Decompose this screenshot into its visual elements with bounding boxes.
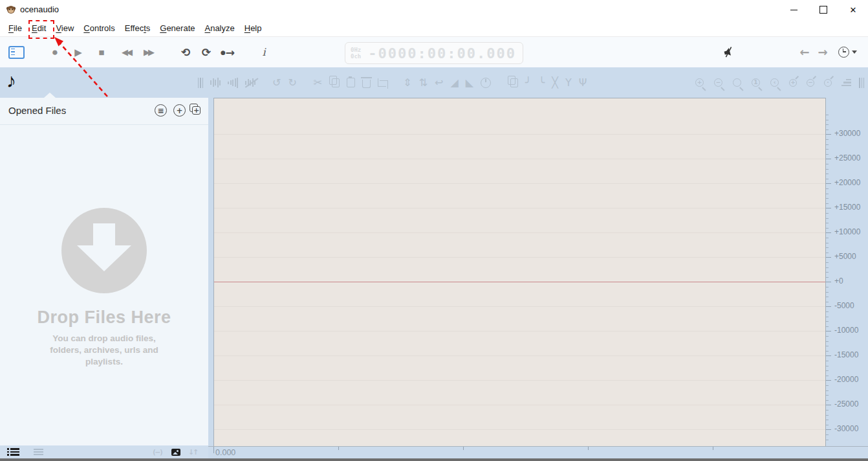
channels-value: 0ch [351, 53, 361, 60]
minimize-icon [790, 10, 797, 10]
copy-icon[interactable] [332, 78, 340, 87]
fade-out-icon[interactable]: ◣ [466, 76, 473, 89]
gain-knob-icon[interactable] [481, 78, 491, 88]
maximize-icon [819, 6, 827, 14]
vertical-zoom-out-icon[interactable]: − [807, 79, 814, 87]
undo-icon[interactable]: ↺ [272, 76, 281, 89]
zoom-selection-icon[interactable] [733, 78, 741, 87]
toolbar-drag-handle[interactable] [198, 78, 203, 88]
play-from-cursor-button[interactable]: ●→ [219, 37, 236, 67]
link-channels-icon[interactable]: (–) [152, 449, 163, 456]
delete-icon[interactable] [362, 80, 371, 88]
cut-icon[interactable]: ✂ [314, 76, 322, 89]
speaker-muted-icon [722, 45, 735, 59]
menu-bar: FileEditViewControlsEffectsGenerateAnaly… [0, 19, 868, 37]
fade-in-icon[interactable]: ◢ [450, 76, 458, 89]
tab-audio-file[interactable]: ♪ [6, 70, 16, 92]
history-button[interactable] [836, 37, 859, 67]
tab-strip: ♪ ↺ ↻ ✂ ⇕ ⇅ ↩ ◢ ◣ ╯ ╰ ╳ [0, 67, 868, 98]
panel-title: Opened Files [8, 105, 66, 116]
loop-playback-button[interactable]: ⟲ [178, 37, 193, 67]
reverse-icon[interactable]: ↩ [435, 76, 443, 89]
chevron-down-icon [852, 51, 857, 54]
compact-list-view-button[interactable] [34, 449, 43, 456]
record-button[interactable]: ● [48, 37, 62, 67]
minimize-button[interactable] [779, 0, 808, 19]
play-button[interactable]: ▶ [71, 37, 85, 67]
detailed-list-view-button[interactable] [10, 448, 19, 455]
amplitude-ruler: +30000+25000+20000+15000+10000+5000+0-50… [826, 98, 868, 447]
mute-button[interactable] [715, 35, 741, 69]
maximize-button[interactable] [808, 0, 838, 19]
menu-item-view[interactable]: View [55, 22, 74, 34]
toolbar-drag-handle[interactable] [859, 78, 864, 88]
zoom-tools: + − 1 ‹ + − · [695, 67, 864, 98]
time-value: -0000:00:00.000 [361, 45, 523, 62]
active-tab-notch [44, 93, 56, 98]
ruler-label: +10000 [834, 227, 860, 236]
split-icon[interactable]: Y [565, 76, 572, 89]
info-button[interactable]: i [259, 37, 269, 67]
drop-files-zone[interactable]: Drop Files Here You can drop audio files… [0, 208, 208, 368]
window-title: ocenaudio [20, 5, 59, 14]
expand-vertical-icon[interactable]: ⇕ [403, 76, 411, 89]
ruler-label: +25000 [834, 153, 860, 163]
close-icon: ✕ [850, 6, 857, 14]
drop-arrow-icon [61, 208, 147, 293]
ruler-label: -25000 [834, 399, 858, 409]
loop-selection-button[interactable]: ⟳ [199, 37, 214, 67]
vertical-zoom-in-icon[interactable]: + [789, 79, 797, 87]
menu-item-analyze[interactable]: Analyze [204, 22, 235, 34]
redo-icon[interactable]: ↻ [288, 76, 296, 89]
merge-icon[interactable]: Ψ [579, 76, 587, 89]
add-file-button[interactable]: + [173, 104, 186, 117]
format-display: 0Hz 0ch [345, 47, 361, 60]
curve-up-icon[interactable]: ╯ [525, 76, 532, 89]
waveform-view-icon[interactable] [210, 77, 221, 89]
zoom-out-icon[interactable]: − [714, 78, 722, 87]
app-icon [6, 5, 16, 15]
ruler-label: +5000 [834, 252, 856, 261]
paste-icon[interactable] [347, 78, 355, 87]
menu-item-file[interactable]: File [8, 22, 23, 34]
duplicate-icon[interactable] [510, 78, 518, 87]
view-options-icon[interactable] [841, 79, 851, 86]
time-ruler[interactable]: 0.000 [208, 446, 868, 458]
crossfade-icon[interactable]: ╳ [552, 76, 558, 89]
trim-icon[interactable] [378, 78, 386, 87]
timeline-start-label: 0.000 [215, 448, 235, 457]
new-group-button[interactable]: + [192, 106, 201, 115]
menu-item-generate[interactable]: Generate [159, 22, 195, 34]
vertical-zoom-reset-icon[interactable]: · [824, 79, 832, 87]
dot-icon: ● [221, 49, 226, 56]
navigate-back-button[interactable]: ← [797, 37, 812, 67]
zoom-in-icon[interactable]: + [695, 78, 704, 87]
thumbnail-view-icon[interactable] [171, 449, 180, 456]
opened-files-header: Opened Files ≡ + + [0, 98, 208, 125]
sidebar-panel-icon [8, 46, 25, 59]
ruler-label: -5000 [834, 301, 854, 310]
ruler-label: +15000 [834, 203, 860, 212]
waveform-spectral-split-icon[interactable] [245, 77, 255, 89]
ruler-label: -30000 [834, 424, 858, 433]
stop-button[interactable]: ■ [94, 37, 109, 67]
fast-forward-button[interactable]: ▶▶ [139, 37, 159, 67]
zoom-one-to-one-icon[interactable]: 1 [752, 78, 760, 87]
rewind-button[interactable]: ◀◀ [117, 37, 137, 67]
close-button[interactable]: ✕ [838, 0, 868, 19]
drop-description: You can drop audio files,folders, archiv… [36, 333, 172, 368]
sort-icon[interactable]: ↓↑ [188, 448, 197, 456]
menu-item-effects[interactable]: Effects [124, 22, 151, 34]
toggle-sidebar-button[interactable] [7, 37, 25, 67]
menu-item-help[interactable]: Help [244, 22, 263, 34]
navigate-forward-button[interactable]: → [816, 37, 830, 67]
zoom-back-icon[interactable]: ‹ [770, 78, 779, 87]
curve-down-icon[interactable]: ╰ [539, 76, 545, 89]
spectral-view-icon[interactable] [228, 77, 238, 89]
waveform-canvas[interactable] [213, 98, 826, 447]
ruler-label: -10000 [834, 326, 858, 335]
ruler-label: -15000 [834, 350, 858, 359]
menu-item-controls[interactable]: Controls [83, 22, 115, 34]
compress-vertical-icon[interactable]: ⇅ [419, 76, 428, 89]
filter-files-button[interactable]: ≡ [155, 104, 167, 117]
